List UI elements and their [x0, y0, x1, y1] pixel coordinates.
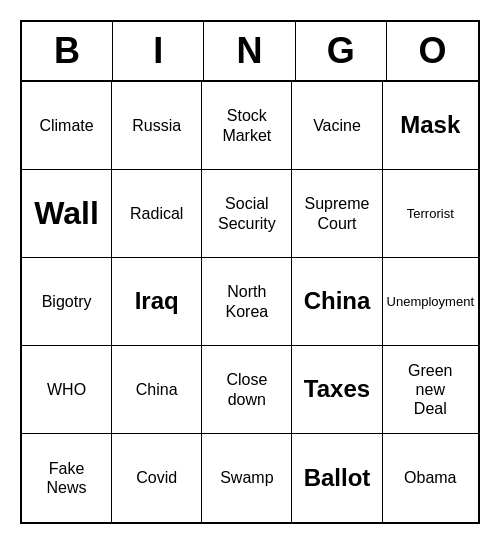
cell-text-3: Vacine	[313, 116, 361, 135]
bingo-cell-8: SupremeCourt	[292, 170, 382, 258]
bingo-cell-24: Obama	[383, 434, 478, 522]
cell-text-24: Obama	[404, 468, 456, 487]
bingo-cell-16: China	[112, 346, 202, 434]
header-letter-O: O	[387, 22, 478, 80]
cell-text-18: Taxes	[304, 375, 370, 404]
cell-text-22: Swamp	[220, 468, 273, 487]
bingo-cell-14: Unemployment	[383, 258, 478, 346]
cell-text-21: Covid	[136, 468, 177, 487]
cell-text-6: Radical	[130, 204, 183, 223]
bingo-cell-10: Bigotry	[22, 258, 112, 346]
cell-text-5: Wall	[34, 194, 99, 232]
bingo-cell-18: Taxes	[292, 346, 382, 434]
bingo-cell-19: GreennewDeal	[383, 346, 478, 434]
cell-text-1: Russia	[132, 116, 181, 135]
cell-text-16: China	[136, 380, 178, 399]
bingo-cell-9: Terrorist	[383, 170, 478, 258]
bingo-cell-13: China	[292, 258, 382, 346]
bingo-grid: ClimateRussiaStockMarketVacineMaskWallRa…	[22, 82, 478, 522]
bingo-cell-4: Mask	[383, 82, 478, 170]
cell-text-7: SocialSecurity	[218, 194, 276, 232]
cell-text-13: China	[304, 287, 371, 316]
bingo-card: BINGO ClimateRussiaStockMarketVacineMask…	[20, 20, 480, 524]
cell-text-11: Iraq	[135, 287, 179, 316]
cell-text-14: Unemployment	[387, 294, 474, 310]
cell-text-0: Climate	[39, 116, 93, 135]
bingo-cell-15: WHO	[22, 346, 112, 434]
cell-text-4: Mask	[400, 111, 460, 140]
bingo-cell-22: Swamp	[202, 434, 292, 522]
cell-text-19: GreennewDeal	[408, 361, 452, 419]
cell-text-17: Closedown	[226, 370, 267, 408]
cell-text-20: FakeNews	[47, 459, 87, 497]
bingo-cell-3: Vacine	[292, 82, 382, 170]
header-letter-B: B	[22, 22, 113, 80]
cell-text-15: WHO	[47, 380, 86, 399]
header-letter-I: I	[113, 22, 204, 80]
bingo-cell-21: Covid	[112, 434, 202, 522]
bingo-cell-23: Ballot	[292, 434, 382, 522]
bingo-cell-11: Iraq	[112, 258, 202, 346]
header-letter-G: G	[296, 22, 387, 80]
bingo-cell-2: StockMarket	[202, 82, 292, 170]
bingo-cell-6: Radical	[112, 170, 202, 258]
bingo-cell-17: Closedown	[202, 346, 292, 434]
bingo-cell-20: FakeNews	[22, 434, 112, 522]
cell-text-2: StockMarket	[222, 106, 271, 144]
cell-text-10: Bigotry	[42, 292, 92, 311]
cell-text-9: Terrorist	[407, 206, 454, 222]
bingo-cell-7: SocialSecurity	[202, 170, 292, 258]
bingo-cell-12: NorthKorea	[202, 258, 292, 346]
bingo-header: BINGO	[22, 22, 478, 82]
cell-text-8: SupremeCourt	[305, 194, 370, 232]
bingo-cell-0: Climate	[22, 82, 112, 170]
bingo-cell-1: Russia	[112, 82, 202, 170]
cell-text-12: NorthKorea	[226, 282, 269, 320]
cell-text-23: Ballot	[304, 464, 371, 493]
bingo-cell-5: Wall	[22, 170, 112, 258]
header-letter-N: N	[204, 22, 295, 80]
